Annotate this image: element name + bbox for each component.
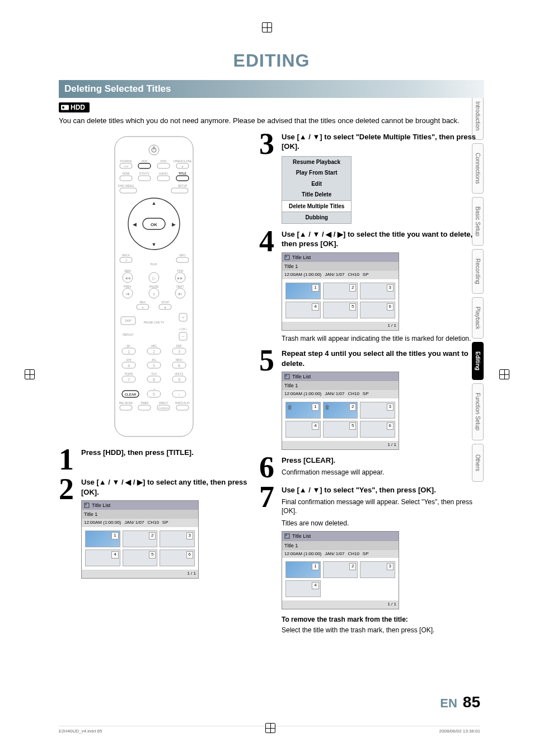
svg-text:CLEAR: CLEAR — [125, 393, 137, 396]
step-7-body: Final confirmation message will appear. … — [282, 497, 477, 515]
svg-text:9: 9 — [178, 378, 180, 382]
title-list-step5: Title List Title 1 12:00AM (1:00:00)JAN/… — [282, 372, 399, 450]
svg-text:PLAY: PLAY — [151, 262, 158, 266]
menu-item[interactable]: Play From Start — [282, 167, 351, 179]
svg-text:2: 2 — [153, 350, 155, 354]
trash-icon: 🗑 — [325, 403, 330, 411]
tl-icon — [84, 503, 90, 508]
svg-text:DEF: DEF — [176, 344, 182, 348]
menu-item[interactable]: Dubbing — [282, 212, 351, 223]
svg-text:REW: REW — [124, 269, 131, 273]
svg-text:■: ■ — [164, 306, 166, 309]
svg-text:DUBBING: DUBBING — [158, 407, 168, 410]
svg-text:▷: ▷ — [152, 276, 156, 281]
svg-text:FFW: FFW — [177, 269, 184, 273]
page-title: EDITING — [59, 50, 484, 71]
svg-text:TITLE: TITLE — [179, 172, 187, 175]
svg-text:▼: ▼ — [152, 242, 157, 247]
step-7-note: Titles are now deleted. — [282, 519, 477, 528]
menu-item[interactable]: Edit — [282, 179, 351, 190]
step-6: 6 Press [CLEAR]. Confirmation message wi… — [259, 456, 477, 480]
svg-text:• CH •: • CH • — [179, 327, 187, 331]
step-5-title: Repeat step 4 until you select all the t… — [282, 349, 477, 368]
popup-menu: Resume Playback Play From Start Edit Tit… — [282, 156, 352, 224]
intro-text: You can delete titles which you do not n… — [59, 116, 484, 126]
column-left: SOURCE HDD DVD OPEN/CLOSE USB ▲ HDMI DTV… — [59, 132, 249, 641]
step-3: 3 Use [▲ / ▼] to select "Delete Multiple… — [259, 132, 477, 224]
title-list-step4: Title List Title 1 12:00AM (1:00:00)JAN/… — [282, 252, 399, 331]
svg-text:1: 1 — [128, 350, 130, 354]
svg-text:−: − — [182, 334, 185, 339]
tl-icon — [284, 374, 290, 379]
svg-text:INFO: INFO — [179, 253, 186, 257]
step-6-body: Confirmation message will appear. — [282, 468, 477, 477]
step-4: 4 Use [▲ / ▼ / ◀ / ▶] to select the titl… — [259, 229, 477, 343]
svg-text:|◀: |◀ — [126, 292, 130, 295]
svg-point-1 — [62, 106, 64, 109]
page-footer: EN 85 — [440, 693, 480, 711]
step-number: 3 — [259, 132, 278, 224]
step-number: 4 — [259, 229, 278, 343]
svg-rect-123 — [285, 534, 287, 536]
hdd-badge-label: HDD — [71, 104, 85, 111]
svg-text:8: 8 — [153, 378, 155, 382]
svg-text:PAUSE: PAUSE — [149, 285, 159, 288]
svg-text:TUV: TUV — [151, 372, 157, 375]
menu-item[interactable]: Resume Playback — [282, 157, 351, 168]
step-2-title: Use [▲ / ▼ / ◀ / ▶] to select any title,… — [81, 477, 249, 497]
step-number: 1 — [59, 448, 78, 472]
crop-mark-left — [25, 369, 35, 382]
column-right: 3 Use [▲ / ▼] to select "Delete Multiple… — [259, 132, 477, 641]
svg-text:REPLAY: REPLAY — [123, 333, 134, 336]
svg-rect-117 — [85, 504, 87, 505]
foot-file: E2H40UD_v4.indd 85 — [59, 729, 102, 734]
step-2: 2 Use [▲ / ▼ / ◀ / ▶] to select any titl… — [59, 477, 249, 579]
svg-text:HDD: HDD — [142, 159, 148, 163]
svg-text:PREV: PREV — [124, 285, 132, 288]
tl-icon — [284, 255, 290, 260]
tl-header: Title List — [92, 502, 110, 509]
svg-text:PAUSE LIVE TV: PAUSE LIVE TV — [144, 321, 165, 324]
svg-text:OPEN/CLOSE: OPEN/CLOSE — [174, 159, 192, 163]
columns: SOURCE HDD DVD OPEN/CLOSE USB ▲ HDMI DTV… — [59, 132, 484, 641]
tl-footer: 1 / 1 — [82, 570, 198, 578]
svg-rect-121 — [285, 375, 287, 377]
trash-icon: 🗑 — [287, 403, 293, 411]
svg-text:RAPID PLAY: RAPID PLAY — [175, 402, 190, 405]
step-6-title: Press [CLEAR]. — [282, 456, 477, 466]
svg-text:USB: USB — [124, 165, 129, 168]
foot-meta: E2H40UD_v4.indd 85 2008/06/02 13:36:01 — [59, 726, 480, 734]
tl-icon — [284, 533, 290, 539]
svg-text:7: 7 — [128, 378, 130, 382]
svg-text:•: • — [179, 393, 180, 396]
svg-text:4: 4 — [128, 364, 130, 368]
svg-text:GHI: GHI — [127, 358, 132, 361]
svg-text:●: ● — [142, 306, 143, 309]
svg-text:DIRECT: DIRECT — [159, 402, 168, 405]
svg-text:@/:: @/: — [127, 344, 131, 348]
step-number: 2 — [59, 477, 78, 579]
footer-note-body: Select the title with the trash mark, th… — [282, 626, 477, 635]
svg-text:5: 5 — [153, 364, 155, 368]
page-number: 85 — [463, 693, 480, 711]
svg-text:DISC MENU: DISC MENU — [118, 184, 134, 187]
step-4-note: Trash mark will appear indicating the ti… — [282, 334, 477, 343]
svg-text:▶▶: ▶▶ — [177, 276, 183, 280]
svg-text:DVD: DVD — [161, 159, 167, 163]
svg-text:REC MODE: REC MODE — [119, 402, 133, 405]
page: Introduction Connections Basic Setup Rec… — [0, 0, 534, 756]
step-1: 1 Press [HDD], then press [TITLE]. — [59, 448, 249, 472]
menu-item[interactable]: Title Delete — [282, 189, 351, 200]
svg-text:▲: ▲ — [152, 200, 157, 206]
svg-text:OK: OK — [151, 222, 157, 227]
svg-text:SETUP: SETUP — [178, 184, 188, 187]
svg-text:3: 3 — [178, 350, 180, 354]
step-3-title: Use [▲ / ▼] to select "Delete Multiple T… — [282, 132, 477, 152]
svg-text:PQRS: PQRS — [125, 372, 133, 375]
svg-text:BACK: BACK — [122, 253, 130, 257]
svg-text:JKL: JKL — [152, 358, 157, 361]
svg-text:DTV/TV: DTV/TV — [139, 172, 149, 175]
step-number: 5 — [259, 349, 278, 450]
menu-item-selected[interactable]: Delete Multiple Titles — [282, 200, 351, 213]
footer-note-heading: To remove the trash mark from the title: — [282, 615, 477, 624]
